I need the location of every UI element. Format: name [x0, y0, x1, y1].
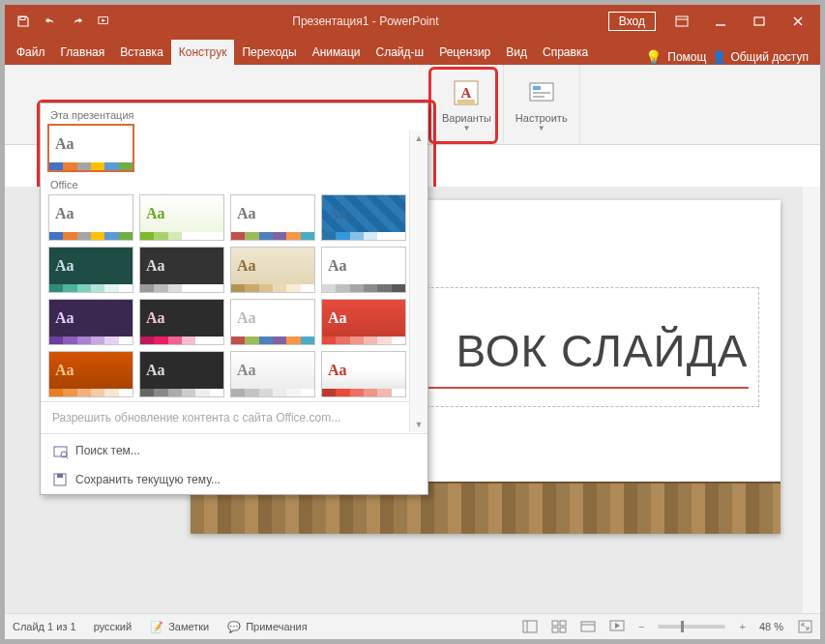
- tab-home[interactable]: Главная: [53, 40, 113, 65]
- theme-preview-text: Aa: [322, 248, 405, 284]
- minimize-icon[interactable]: [702, 8, 739, 35]
- svg-rect-20: [552, 621, 558, 626]
- redo-icon[interactable]: [71, 15, 84, 28]
- tab-design[interactable]: Конструк: [171, 40, 235, 65]
- theme-preview-text: Aa: [49, 248, 133, 284]
- theme-preview-text: Aa: [231, 195, 314, 232]
- svg-rect-27: [799, 621, 811, 632]
- theme-preview-text: Aa: [322, 352, 405, 389]
- scroll-down-icon[interactable]: ▼: [415, 420, 424, 429]
- chevron-down-icon: ▼: [538, 124, 545, 132]
- svg-rect-12: [533, 96, 545, 98]
- theme-thumbnail[interactable]: Aa: [139, 351, 224, 397]
- tab-slideshow[interactable]: Слайд-ш: [368, 40, 432, 65]
- titlebar: Презентация1 - PowerPoint Вход: [5, 5, 820, 38]
- tab-review[interactable]: Рецензир: [431, 40, 498, 65]
- browse-themes-label: Поиск тем...: [75, 444, 140, 457]
- quick-access-toolbar: [5, 15, 123, 28]
- theme-color-strip: [322, 337, 405, 344]
- gallery-row-office: AaAaAaAaAaAaAaAaAaAaAaAaAaAaAaГалереяAa: [41, 192, 427, 399]
- tab-help[interactable]: Справка: [535, 40, 596, 65]
- theme-thumbnail[interactable]: Aa: [230, 194, 315, 241]
- tab-view[interactable]: Вид: [498, 40, 535, 65]
- comments-button[interactable]: 💬 Примечания: [226, 619, 308, 634]
- save-icon[interactable]: [16, 15, 30, 28]
- svg-rect-22: [552, 628, 558, 632]
- slide-counter[interactable]: Слайд 1 из 1: [13, 621, 76, 632]
- tellme-icon[interactable]: 💡: [645, 49, 662, 65]
- view-sorter-icon[interactable]: [551, 619, 567, 634]
- theme-preview-text: Aa: [140, 195, 223, 232]
- theme-thumbnail[interactable]: Aa: [139, 299, 224, 345]
- zoom-in-icon[interactable]: +: [739, 621, 745, 632]
- maximize-icon[interactable]: [741, 8, 778, 35]
- tab-insert[interactable]: Вставка: [112, 40, 171, 65]
- theme-thumbnail[interactable]: Aa: [48, 194, 133, 241]
- theme-color-strip: [140, 284, 223, 292]
- gallery-row-this: Aa: [41, 123, 427, 173]
- title-buttons: Вход: [608, 8, 820, 35]
- theme-color-strip: [49, 389, 133, 396]
- theme-thumbnail[interactable]: Aa: [139, 247, 224, 293]
- enable-content-updates: Разрешить обновление контента с сайта Of…: [41, 404, 427, 431]
- theme-thumbnail[interactable]: Aa: [48, 299, 133, 345]
- theme-color-strip: [49, 284, 133, 292]
- tab-file[interactable]: Файл: [9, 40, 53, 65]
- customize-group[interactable]: Настроить ▼: [504, 65, 580, 144]
- theme-thumbnail[interactable]: Aa: [321, 247, 406, 293]
- status-bar: Слайд 1 из 1 русский 📝 Заметки 💬 Примеча…: [5, 613, 820, 639]
- theme-thumbnail[interactable]: Aa: [321, 351, 406, 397]
- tellme-label[interactable]: Помощ: [667, 50, 706, 64]
- share-label: Общий доступ: [730, 50, 809, 64]
- ribbon-display-options-icon[interactable]: [663, 8, 700, 35]
- svg-rect-5: [754, 17, 764, 25]
- close-icon[interactable]: [780, 8, 816, 35]
- theme-color-strip: [322, 232, 405, 240]
- enable-updates-label: Разрешить обновление контента с сайта Of…: [52, 411, 340, 424]
- variants-group[interactable]: A Варианты ▼: [430, 65, 504, 144]
- signin-button[interactable]: Вход: [608, 12, 656, 31]
- svg-rect-0: [20, 17, 25, 20]
- tab-animations[interactable]: Анимаци: [305, 40, 368, 65]
- theme-thumbnail[interactable]: Aa: [48, 125, 133, 171]
- fit-to-window-icon[interactable]: [797, 619, 812, 634]
- theme-thumbnail[interactable]: Aa: [321, 194, 406, 241]
- view-normal-icon[interactable]: [522, 619, 538, 634]
- save-theme-label: Сохранить текущую тему...: [75, 473, 221, 486]
- start-from-beginning-icon[interactable]: [98, 15, 111, 28]
- ribbon-tabs: Файл Главная Вставка Конструк Переходы А…: [5, 38, 820, 65]
- window-title: Презентация1 - PowerPoint: [123, 15, 608, 28]
- gallery-section-office: Office: [41, 173, 427, 192]
- share-button[interactable]: 👤 Общий доступ: [712, 50, 809, 64]
- scroll-up-icon[interactable]: ▲: [415, 133, 424, 143]
- theme-preview-text: Aa: [140, 352, 223, 389]
- variants-icon: A: [451, 77, 482, 108]
- notes-button[interactable]: 📝 Заметки: [149, 619, 209, 634]
- zoom-slider[interactable]: [658, 625, 725, 629]
- theme-thumbnail[interactable]: Aa: [48, 247, 133, 293]
- svg-rect-21: [560, 621, 566, 626]
- tab-transitions[interactable]: Переходы: [234, 40, 304, 65]
- save-current-theme[interactable]: Сохранить текущую тему...: [41, 465, 427, 494]
- gallery-scrollbar[interactable]: ▲ ▼: [409, 131, 427, 432]
- theme-color-strip: [49, 337, 133, 344]
- theme-thumbnail[interactable]: Aa: [230, 299, 315, 345]
- theme-preview-text: Aa: [49, 126, 133, 162]
- zoom-value[interactable]: 48 %: [759, 621, 783, 632]
- language-indicator[interactable]: русский: [94, 621, 132, 632]
- browse-themes[interactable]: Поиск тем...: [41, 436, 427, 465]
- theme-thumbnail[interactable]: Aa: [321, 299, 406, 345]
- svg-rect-23: [560, 628, 566, 632]
- theme-thumbnail[interactable]: Aa: [48, 351, 133, 397]
- undo-icon[interactable]: [44, 15, 57, 28]
- view-slideshow-icon[interactable]: [609, 619, 625, 634]
- theme-preview-text: Aa: [322, 300, 405, 337]
- theme-color-strip: [322, 284, 405, 292]
- view-reading-icon[interactable]: [580, 619, 596, 634]
- theme-thumbnail[interactable]: AaГалерея: [230, 351, 315, 397]
- theme-thumbnail[interactable]: Aa: [139, 194, 224, 241]
- vertical-scrollbar[interactable]: [803, 187, 820, 614]
- theme-thumbnail[interactable]: Aa: [230, 247, 315, 293]
- svg-rect-10: [533, 86, 541, 90]
- zoom-out-icon[interactable]: −: [638, 621, 644, 632]
